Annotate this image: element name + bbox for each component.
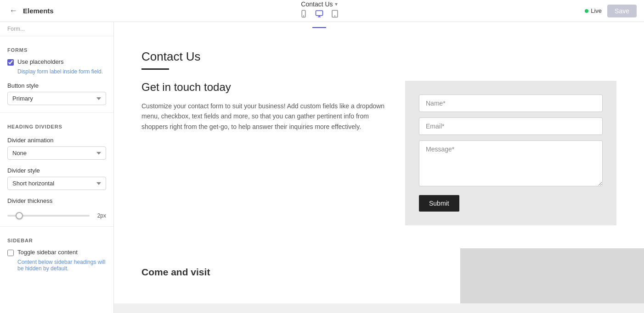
live-indicator: Live	[585, 7, 602, 14]
page-name: Contact Us	[301, 0, 333, 8]
toggle-sidebar-desc: Content below sidebar headings will be h…	[0, 259, 113, 275]
divider-animation-select[interactable]: None Fade in Slide in	[7, 146, 106, 160]
save-button[interactable]: Save	[607, 5, 637, 17]
come-visit-left: Come and visit	[114, 248, 460, 303]
come-visit-heading: Come and visit	[141, 267, 433, 278]
divider-animation-label: Divider animation	[7, 137, 106, 144]
desktop-icon[interactable]	[312, 8, 326, 22]
submit-button[interactable]: Submit	[419, 195, 459, 212]
topbar-right: Live Save	[585, 5, 637, 17]
use-placeholders-desc: Display form label inside form field.	[0, 68, 113, 78]
device-switcher	[297, 8, 342, 22]
contact-left: Get in touch today Customize your contac…	[141, 81, 387, 132]
topbar-center: Contact Us ▾	[297, 0, 342, 22]
divider-style-select[interactable]: Short horizontal Full width None	[7, 177, 106, 190]
live-dot	[585, 9, 588, 13]
main-layout: Form... FORMS Use placeholders Display f…	[0, 22, 644, 313]
divider-thickness-slider[interactable]	[7, 215, 90, 217]
topbar-title: Elements	[23, 7, 54, 15]
use-placeholders-checkbox[interactable]	[7, 59, 14, 66]
svg-rect-2	[316, 11, 322, 16]
page-dropdown-arrow: ▾	[335, 1, 338, 7]
contact-heading: Contact Us	[141, 50, 616, 64]
back-button[interactable]: ←	[7, 4, 19, 17]
canvas: Contact Us Get in touch today Customize …	[114, 22, 644, 313]
divider-thickness-value: 2px	[93, 212, 106, 219]
email-input[interactable]	[419, 117, 603, 135]
use-placeholders-label[interactable]: Use placeholders	[17, 58, 63, 65]
message-input[interactable]	[419, 140, 603, 186]
button-style-label: Button style	[7, 82, 106, 89]
contact-form-area: Submit	[405, 81, 616, 225]
mobile-icon[interactable]	[297, 8, 311, 22]
body-text: Customize your contact form to suit your…	[141, 101, 387, 132]
contact-two-col: Get in touch today Customize your contac…	[141, 81, 616, 225]
divider-animation-group: Divider animation None Fade in Slide in	[0, 133, 113, 163]
divider-thickness-slider-row: 2px	[0, 211, 113, 223]
forms-section-label: FORMS	[0, 40, 113, 56]
come-visit-section: Come and visit	[114, 248, 644, 303]
toggle-sidebar-label[interactable]: Toggle sidebar content	[17, 249, 78, 256]
come-visit-right-sketch	[460, 248, 644, 303]
button-style-select[interactable]: Primary Secondary Ghost	[7, 92, 106, 105]
toggle-sidebar-checkbox[interactable]	[7, 250, 14, 256]
button-style-group: Button style Primary Secondary Ghost	[0, 78, 113, 109]
use-placeholders-row: Use placeholders	[0, 56, 113, 67]
sidebar-panel: Form... FORMS Use placeholders Display f…	[0, 22, 114, 313]
topbar: ← Elements Contact Us ▾ Live Save	[0, 0, 644, 22]
divider-style-label: Divider style	[7, 167, 106, 174]
topbar-left: ← Elements	[7, 4, 54, 17]
toggle-sidebar-row: Toggle sidebar content	[0, 247, 113, 258]
get-in-touch-heading: Get in touch today	[141, 81, 387, 94]
contact-section: Contact Us Get in touch today Customize …	[114, 22, 644, 248]
divider-style-group: Divider style Short horizontal Full widt…	[0, 163, 113, 194]
divider-thickness-group: Divider thickness	[0, 194, 113, 211]
page-selector[interactable]: Contact Us ▾	[301, 0, 337, 8]
heading-dividers-section-label: HEADING DIVIDERS	[0, 117, 113, 133]
divider-thickness-label: Divider thickness	[7, 197, 106, 204]
tablet-icon[interactable]	[328, 8, 342, 22]
sidebar-section-label: SIDEBAR	[0, 230, 113, 247]
sidebar-top-label: Form...	[0, 22, 113, 32]
heading-divider	[141, 68, 169, 70]
live-label: Live	[591, 7, 602, 14]
name-input[interactable]	[419, 95, 603, 112]
